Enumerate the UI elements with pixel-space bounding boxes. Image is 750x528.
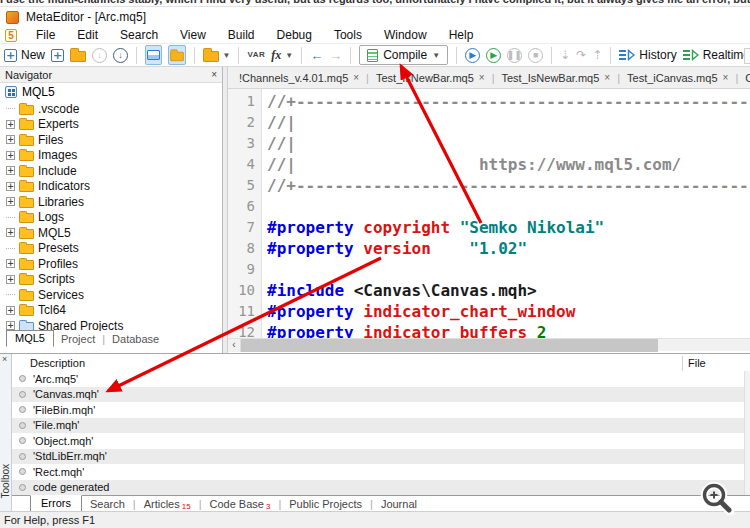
expand-icon[interactable]: + <box>6 306 15 315</box>
toolbox-vscrollbar[interactable] <box>744 371 750 495</box>
restore-button[interactable]: ↓ <box>113 48 128 63</box>
tree-item-label: Indicators <box>38 179 90 193</box>
toolbox-row-rect-mqh[interactable]: 'Rect.mqh' <box>12 464 744 480</box>
toggle-toolbox-button[interactable] <box>168 45 186 65</box>
menu-edit[interactable]: Edit <box>66 28 109 42</box>
tree-item-vscode[interactable]: .vscode <box>0 101 222 117</box>
menu-build[interactable]: Build <box>217 28 266 42</box>
tree-item-mql5[interactable]: +MQL5 <box>0 225 222 241</box>
toolbox-tab-code-base[interactable]: Code Base3 <box>202 498 279 511</box>
toggle-navigator-button[interactable] <box>145 45 162 65</box>
stop-icon: ■ <box>528 48 543 63</box>
stop-button[interactable]: ■ <box>528 48 543 63</box>
tree-item-include[interactable]: +Include <box>0 163 222 179</box>
pause-button[interactable]: ❚❚ <box>507 48 522 63</box>
new-button[interactable]: New <box>4 48 45 62</box>
tree-item-images[interactable]: +Images <box>0 148 222 164</box>
nav-tab-project[interactable]: Project <box>54 332 102 347</box>
toolbox-tab-errors[interactable]: Errors <box>30 495 82 512</box>
start-debug-button[interactable]: ▶ <box>465 48 480 63</box>
toolbox-tab-label: Journal <box>381 498 417 510</box>
toolbox-tab-articles[interactable]: Articles15 <box>136 498 199 511</box>
toolbox-row-object-mqh[interactable]: 'Object.mqh' <box>12 433 744 449</box>
back-button[interactable]: ← <box>310 49 323 62</box>
tab-close-icon[interactable]: × <box>479 73 485 83</box>
expand-icon[interactable]: + <box>6 228 15 237</box>
expand-icon[interactable]: + <box>6 321 15 330</box>
toolbox-row-filebin-mqh[interactable]: 'FileBin.mqh' <box>12 402 744 418</box>
toolbox-row-stdliberr-mqh[interactable]: 'StdLibErr.mqh' <box>12 449 744 465</box>
nav-tab-database[interactable]: Database <box>105 332 166 347</box>
history-button[interactable]: History <box>619 48 676 62</box>
navigator-close-icon[interactable]: × <box>211 70 217 80</box>
toolbox-close-icon[interactable]: × <box>2 355 7 364</box>
editor-hscrollbar[interactable]: ‹ <box>228 338 750 351</box>
menu-debug[interactable]: Debug <box>266 28 323 42</box>
expand-icon[interactable]: + <box>6 197 15 206</box>
toolbox-tab-search[interactable]: Search <box>82 498 133 510</box>
column-divider[interactable] <box>682 356 683 371</box>
file-tab-test-isnewbar-mq5[interactable]: Test_IsNewBar.mq5× <box>369 67 492 88</box>
expand-icon[interactable]: + <box>6 166 15 175</box>
tree-item-files[interactable]: +Files <box>0 132 222 148</box>
tree-root-mql5[interactable]: MQL5 <box>0 84 222 100</box>
tree-item-indicators[interactable]: +Indicators <box>0 179 222 195</box>
menu-view[interactable]: View <box>169 28 217 42</box>
realtime-button[interactable]: Realtime <box>683 48 750 62</box>
menu-file[interactable]: File <box>25 28 66 42</box>
scroll-left-arrow-icon[interactable]: ‹ <box>228 339 241 352</box>
tree-item-logs[interactable]: Logs <box>0 210 222 226</box>
tree-item-libraries[interactable]: +Libraries <box>0 194 222 210</box>
menu-search[interactable]: Search <box>109 28 169 42</box>
step-out-button[interactable]: ⇡ <box>592 49 602 61</box>
step-over-button[interactable]: ↷ <box>576 49 586 61</box>
code-editor[interactable]: 123456789101112 //+---------------------… <box>228 89 750 338</box>
nav-tab-mql5[interactable]: MQL5 <box>6 330 54 347</box>
save-button[interactable]: ↓ <box>92 48 107 63</box>
tab-close-icon[interactable]: × <box>723 73 729 83</box>
expand-icon[interactable]: + <box>6 182 15 191</box>
code-area[interactable]: //+-------------------------------------… <box>262 89 750 338</box>
folder-icon <box>19 120 34 130</box>
hscrollbar-thumb[interactable] <box>241 339 658 352</box>
clipped-toolbar-button[interactable] <box>744 48 750 64</box>
tree-item-services[interactable]: Services <box>0 287 222 303</box>
toolbox-row-code-generated[interactable]: code generated <box>12 480 744 496</box>
toolbox-tab-journal[interactable]: Journal <box>373 498 425 510</box>
code-line: //+-------------------------------------… <box>267 91 750 112</box>
toolbox-tab-public-projects[interactable]: Public Projects <box>281 498 370 510</box>
file-tab-canvas-mqh[interactable]: Canvas.mqh× <box>738 67 750 88</box>
forward-button[interactable]: → <box>329 49 342 62</box>
toolbox-row-arc-mq5[interactable]: 'Arc.mq5' <box>12 371 744 387</box>
expand-icon[interactable]: + <box>6 151 15 160</box>
menu-tools[interactable]: Tools <box>323 28 373 42</box>
menu-help[interactable]: Help <box>438 28 485 42</box>
tree-item-experts[interactable]: +Experts <box>0 117 222 133</box>
tree-item-profiles[interactable]: +Profiles <box>0 256 222 272</box>
function-button[interactable]: fx ▼ <box>271 49 293 61</box>
expand-icon[interactable]: + <box>6 135 15 144</box>
start-button[interactable]: ▶ <box>486 48 501 63</box>
expand-icon[interactable]: + <box>6 120 15 129</box>
compile-button[interactable]: Compile ▼ <box>359 45 448 65</box>
open-data-folder-button[interactable]: ▼ <box>203 48 231 62</box>
tree-item-tcl64[interactable]: +Tcl64 <box>0 303 222 319</box>
tree-item-presets[interactable]: Presets <box>0 241 222 257</box>
new-item-button[interactable] <box>51 49 64 62</box>
open-button[interactable] <box>70 48 86 62</box>
file-tab-test-isnewbar-mq5[interactable]: Test_IsNewBar.mq5× <box>495 67 618 88</box>
step-into-button[interactable]: ⇣ <box>560 49 570 61</box>
folder-icon <box>19 213 34 223</box>
file-tab-channels-v-4-01-mq5[interactable]: !Channels_v.4.01.mq5× <box>232 67 366 88</box>
tab-close-icon[interactable]: × <box>604 73 610 83</box>
tree-item-scripts[interactable]: +Scripts <box>0 272 222 288</box>
expand-icon[interactable]: + <box>6 275 15 284</box>
expand-icon[interactable]: + <box>6 259 15 268</box>
toolbox-row-file-mqh[interactable]: 'File.mqh' <box>12 418 744 434</box>
file-tab-test-icanvas-mq5[interactable]: Test_iCanvas.mq5× <box>620 67 735 88</box>
menu-window[interactable]: Window <box>373 28 438 42</box>
variable-button[interactable]: VAR <box>247 51 265 59</box>
toolbox-tab-label: Code Base <box>210 498 264 510</box>
toolbox-row-canvas-mqh[interactable]: 'Canvas.mqh' <box>12 387 744 403</box>
tab-close-icon[interactable]: × <box>353 73 359 83</box>
